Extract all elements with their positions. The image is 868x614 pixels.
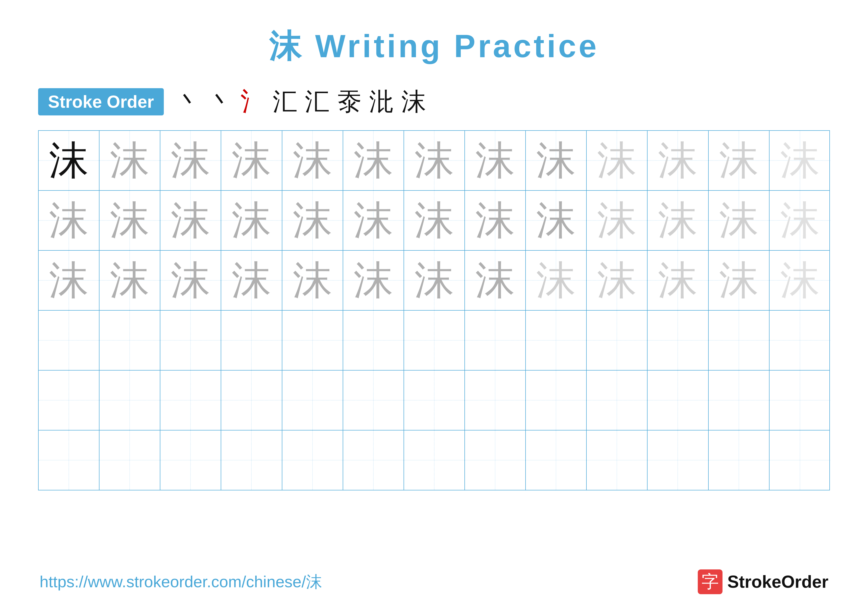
cell-character: 沫 [293,261,332,300]
stroke-2: 氵 [240,89,265,114]
cell-character: 沫 [658,261,698,300]
grid-cell-0-8[interactable]: 沫 [526,131,587,190]
grid-cell-3-2[interactable] [160,311,221,370]
cell-character: 沫 [536,261,576,300]
grid-cell-0-9[interactable]: 沫 [587,131,648,190]
footer-url[interactable]: https://www.strokeorder.com/chinese/沫 [40,571,322,593]
grid-cell-5-11[interactable] [708,431,770,490]
grid-cell-4-0[interactable] [39,370,99,430]
cell-character: 沫 [171,261,210,300]
grid-cell-0-12[interactable]: 沫 [770,131,831,190]
grid-cell-2-4[interactable]: 沫 [282,251,343,310]
grid-cell-0-4[interactable]: 沫 [282,131,343,190]
grid-cell-3-9[interactable] [587,311,648,370]
grid-cell-1-0[interactable]: 沫 [39,191,99,250]
cell-character: 沫 [414,141,454,180]
grid-cell-3-12[interactable] [770,311,831,370]
grid-cell-1-10[interactable]: 沫 [648,191,708,250]
grid-cell-0-6[interactable]: 沫 [404,131,465,190]
grid-cell-3-8[interactable] [526,311,587,370]
title-chinese: 沫 [269,28,304,64]
cell-character: 沫 [232,201,271,240]
grid-cell-1-11[interactable]: 沫 [708,191,770,250]
grid-cell-5-8[interactable] [526,431,587,490]
stroke-3: 汇 [273,89,298,114]
grid-cell-0-11[interactable]: 沫 [708,131,770,190]
grid-cell-4-12[interactable] [770,370,831,430]
stroke-1: 丶 [208,89,233,114]
grid-cell-1-1[interactable]: 沫 [99,191,160,250]
grid-cell-2-3[interactable]: 沫 [221,251,282,310]
grid-cell-5-10[interactable] [648,431,708,490]
cell-character: 沫 [171,141,210,180]
grid-cell-0-5[interactable]: 沫 [343,131,404,190]
cell-character: 沫 [353,201,393,240]
grid-cell-2-7[interactable]: 沫 [465,251,526,310]
grid-cell-1-2[interactable]: 沫 [160,191,221,250]
grid-cell-4-3[interactable] [221,370,282,430]
grid-cell-2-0[interactable]: 沫 [39,251,99,310]
grid-cell-1-8[interactable]: 沫 [526,191,587,250]
grid-cell-5-6[interactable] [404,431,465,490]
grid-cell-0-10[interactable]: 沫 [648,131,708,190]
grid-cell-3-6[interactable] [404,311,465,370]
grid-cell-2-8[interactable]: 沫 [526,251,587,310]
grid-cell-3-4[interactable] [282,311,343,370]
grid-cell-0-1[interactable]: 沫 [99,131,160,190]
grid-cell-5-5[interactable] [343,431,404,490]
footer: https://www.strokeorder.com/chinese/沫 字 … [40,569,828,594]
grid-cell-0-3[interactable]: 沫 [221,131,282,190]
grid-cell-2-9[interactable]: 沫 [587,251,648,310]
grid-cell-0-7[interactable]: 沫 [465,131,526,190]
grid-cell-1-12[interactable]: 沫 [770,191,831,250]
grid-cell-4-7[interactable] [465,370,526,430]
grid-cell-3-3[interactable] [221,311,282,370]
grid-cell-3-1[interactable] [99,311,160,370]
grid-cell-3-0[interactable] [39,311,99,370]
grid-cell-4-1[interactable] [99,370,160,430]
grid-cell-5-4[interactable] [282,431,343,490]
grid-cell-5-2[interactable] [160,431,221,490]
grid-cell-4-11[interactable] [708,370,770,430]
grid-cell-3-11[interactable] [708,311,770,370]
grid-cell-2-5[interactable]: 沫 [343,251,404,310]
grid-cell-2-1[interactable]: 沫 [99,251,160,310]
grid-cell-4-8[interactable] [526,370,587,430]
grid-cell-4-5[interactable] [343,370,404,430]
grid-cell-2-12[interactable]: 沫 [770,251,831,310]
grid-cell-0-0[interactable]: 沫 [39,131,99,190]
grid-cell-5-9[interactable] [587,431,648,490]
grid-cell-4-9[interactable] [587,370,648,430]
grid-cell-1-4[interactable]: 沫 [282,191,343,250]
grid-cell-1-5[interactable]: 沫 [343,191,404,250]
grid-cell-4-4[interactable] [282,370,343,430]
grid-cell-4-6[interactable] [404,370,465,430]
grid-cell-3-10[interactable] [648,311,708,370]
grid-cell-5-12[interactable] [770,431,831,490]
grid-cell-2-2[interactable]: 沫 [160,251,221,310]
grid-cell-5-7[interactable] [465,431,526,490]
stroke-sequence: 丶丶氵汇汇沗沘沫 [176,89,426,114]
grid-cell-3-5[interactable] [343,311,404,370]
logo-text: StrokeOrder [727,572,828,592]
grid-cell-2-6[interactable]: 沫 [404,251,465,310]
cell-character: 沫 [414,201,454,240]
cell-character: 沫 [293,201,332,240]
stroke-order-badge[interactable]: Stroke Order [38,88,164,115]
grid-cell-5-3[interactable] [221,431,282,490]
grid-cell-2-10[interactable]: 沫 [648,251,708,310]
grid-cell-4-10[interactable] [648,370,708,430]
grid-cell-1-3[interactable]: 沫 [221,191,282,250]
grid-cell-1-7[interactable]: 沫 [465,191,526,250]
grid-cell-5-0[interactable] [39,431,99,490]
grid-cell-0-2[interactable]: 沫 [160,131,221,190]
grid-cell-2-11[interactable]: 沫 [708,251,770,310]
grid-cell-3-7[interactable] [465,311,526,370]
grid-cell-1-9[interactable]: 沫 [587,191,648,250]
stroke-6: 沘 [369,89,394,114]
cell-character: 沫 [232,141,271,180]
grid-cell-4-2[interactable] [160,370,221,430]
grid-cell-5-1[interactable] [99,431,160,490]
grid-cell-1-6[interactable]: 沫 [404,191,465,250]
title-english: Writing Practice [315,28,599,64]
